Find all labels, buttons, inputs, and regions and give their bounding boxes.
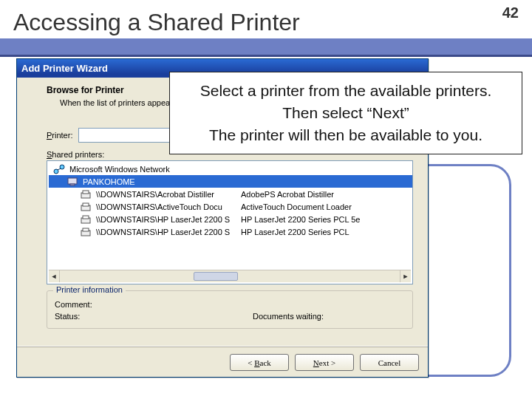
printer-icon bbox=[80, 189, 92, 200]
slide-number: 42 bbox=[502, 4, 519, 21]
tree-item-label: \\DOWNSTAIRS\Acrobat Distiller bbox=[96, 190, 214, 199]
network-icon bbox=[53, 164, 65, 174]
status-label: Status: bbox=[55, 312, 102, 321]
tree-item-desc: HP LaserJet 2200 Series PCL 5e bbox=[241, 215, 360, 224]
tree-item[interactable]: Microsoft Windows Network bbox=[49, 163, 412, 175]
cancel-button[interactable]: Cancel bbox=[360, 354, 419, 371]
tree-item-desc: HP LaserJet 2200 Series PCL bbox=[241, 228, 349, 236]
svg-rect-4 bbox=[70, 184, 75, 185]
separator bbox=[17, 346, 428, 347]
tree-item[interactable]: \\DOWNSTAIRS\HP LaserJet 2200 SHP LaserJ… bbox=[49, 213, 412, 225]
scroll-left-icon[interactable]: ◄ bbox=[49, 270, 60, 282]
tree-item-label: PANKOHOME bbox=[83, 177, 135, 186]
callout-line2: Then select “Next” bbox=[282, 104, 409, 122]
workgroup-icon bbox=[66, 177, 78, 187]
callout-line1: Select a printer from the available prin… bbox=[200, 82, 492, 100]
horizontal-scrollbar[interactable]: ◄ ► bbox=[49, 270, 411, 282]
printer-label: Printer: bbox=[47, 131, 72, 140]
printer-info-group: Printer information Comment: Status: Doc… bbox=[47, 290, 413, 329]
tree-item-desc: ActiveTouch Document Loader bbox=[241, 202, 352, 211]
svg-rect-3 bbox=[68, 178, 77, 184]
shared-printers-tree[interactable]: Microsoft Windows NetworkPANKOHOME\\DOWN… bbox=[47, 160, 413, 284]
instruction-callout: Select a printer from the available prin… bbox=[169, 72, 522, 154]
tree-item[interactable]: \\DOWNSTAIRS\ActiveTouch DocuActiveTouch… bbox=[49, 200, 412, 213]
comment-label: Comment: bbox=[55, 300, 102, 309]
svg-rect-6 bbox=[83, 191, 89, 194]
printer-info-title: Printer information bbox=[53, 285, 126, 294]
back-button[interactable]: < Back bbox=[230, 354, 289, 371]
next-button[interactable]: Next > bbox=[295, 354, 354, 371]
tree-item[interactable]: \\DOWNSTAIRS\HP LaserJet 2200 SHP LaserJ… bbox=[49, 225, 412, 238]
svg-rect-8 bbox=[83, 203, 89, 206]
printer-icon bbox=[80, 202, 92, 212]
svg-line-2 bbox=[58, 168, 61, 170]
tree-item-desc: AdobePS Acrobat Distiller bbox=[241, 190, 334, 199]
header-band bbox=[0, 38, 532, 55]
slide: { "slide": { "title": "Accessing a Share… bbox=[0, 0, 532, 399]
slide-title: Accessing a Shared Printer bbox=[13, 9, 300, 36]
documents-waiting-label: Documents waiting: bbox=[253, 312, 324, 321]
scroll-thumb[interactable] bbox=[194, 272, 238, 281]
tree-item-label: \\DOWNSTAIRS\HP LaserJet 2200 S bbox=[96, 215, 230, 224]
printer-icon bbox=[80, 227, 92, 237]
tree-item[interactable]: PANKOHOME bbox=[49, 175, 412, 188]
callout-line3: The printer will then be available to yo… bbox=[209, 126, 482, 144]
wizard-button-row: < Back Next > Cancel bbox=[230, 354, 419, 371]
scroll-right-icon[interactable]: ► bbox=[400, 270, 411, 282]
tree-item[interactable]: \\DOWNSTAIRS\Acrobat DistillerAdobePS Ac… bbox=[49, 188, 412, 200]
printer-icon bbox=[80, 214, 92, 225]
svg-rect-10 bbox=[83, 216, 89, 219]
tree-item-label: Microsoft Windows Network bbox=[69, 165, 170, 174]
tree-item-label: \\DOWNSTAIRS\ActiveTouch Docu bbox=[96, 202, 222, 211]
svg-rect-12 bbox=[83, 228, 89, 231]
tree-item-label: \\DOWNSTAIRS\HP LaserJet 2200 S bbox=[96, 228, 230, 236]
